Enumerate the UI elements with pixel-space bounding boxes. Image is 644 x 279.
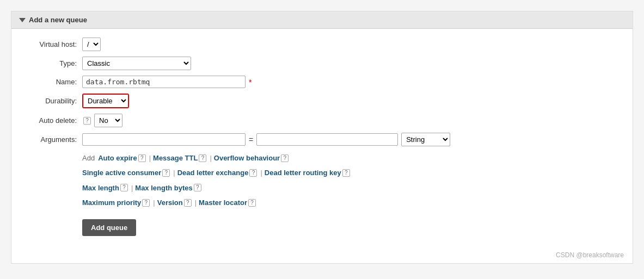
footer-credit: CSDN @breaksoftware (11, 247, 633, 263)
durability-select[interactable]: Durable Transient (83, 95, 128, 107)
durability-label: Durability: (22, 97, 82, 105)
name-row: Name: * (22, 76, 622, 88)
arg-link-maximum-priority[interactable]: Maximum priority (82, 196, 141, 209)
arg-links-row-1: Add Auto expire ? | Message TTL ? | Over… (82, 152, 622, 164)
arg-links-section: Add Auto expire ? | Message TTL ? | Over… (82, 152, 622, 209)
name-input[interactable] (82, 76, 246, 88)
auto-delete-row: Auto delete: ? No Yes (22, 114, 622, 127)
max-length-bytes-help-icon[interactable]: ? (194, 184, 201, 191)
auto-expire-help-icon[interactable]: ? (138, 154, 146, 162)
section-header: Add a new queue (11, 11, 633, 29)
arg-link-dead-letter-exchange[interactable]: Dead letter exchange (177, 166, 249, 179)
auto-delete-label: Auto delete: (22, 116, 82, 125)
virtual-host-row: Virtual host: / (22, 38, 622, 51)
arg-link-auto-expire[interactable]: Auto expire (98, 152, 137, 164)
durability-row: Durability: Durable Transient (22, 94, 622, 108)
type-label: Type: (22, 59, 82, 67)
sep-1: | (149, 152, 151, 164)
arguments-row: Arguments: = String Number Boolean List (22, 133, 622, 146)
form-body: Virtual host: / Type: Classic Quorum Str… (11, 29, 633, 247)
arg-link-dead-letter-routing-key[interactable]: Dead letter routing key (265, 166, 341, 179)
arg-link-version[interactable]: Version (157, 196, 183, 209)
type-row: Type: Classic Quorum Stream (22, 57, 622, 70)
equals-sign: = (249, 135, 253, 144)
master-locator-help-icon[interactable]: ? (248, 199, 256, 207)
sep-2: | (210, 152, 211, 164)
required-indicator: * (249, 78, 252, 86)
arguments-value-input[interactable] (256, 133, 398, 146)
type-select[interactable]: Classic Quorum Stream (82, 57, 191, 70)
arg-link-max-length-bytes[interactable]: Max length bytes (135, 182, 192, 194)
dead-letter-exchange-help-icon[interactable]: ? (249, 169, 257, 177)
dead-letter-routing-key-help-icon[interactable]: ? (342, 169, 350, 177)
single-active-consumer-help-icon[interactable]: ? (162, 169, 170, 177)
arguments-label: Arguments: (22, 135, 82, 144)
arg-link-master-locator[interactable]: Master locator (199, 196, 247, 209)
version-help-icon[interactable]: ? (184, 199, 192, 207)
maximum-priority-help-icon[interactable]: ? (142, 199, 150, 207)
collapse-icon[interactable] (19, 18, 26, 22)
add-queue-panel: Add a new queue Virtual host: / Type: Cl… (11, 11, 633, 264)
arg-link-overflow-behaviour[interactable]: Overflow behaviour (214, 152, 280, 164)
auto-delete-help-icon[interactable]: ? (83, 117, 91, 125)
durability-select-wrapper: Durable Transient (82, 94, 129, 108)
sep-4: | (260, 166, 262, 179)
sep-3: | (173, 166, 175, 179)
add-queue-button-row: Add queue (22, 212, 622, 236)
add-queue-button[interactable]: Add queue (82, 219, 136, 236)
arg-link-single-active-consumer[interactable]: Single active consumer (82, 166, 161, 179)
arguments-inputs: = String Number Boolean List (82, 133, 450, 146)
section-title: Add a new queue (29, 16, 87, 24)
max-length-help-icon[interactable]: ? (120, 184, 128, 191)
arg-links-row-4: Maximum priority ? | Version ? | Master … (82, 196, 622, 209)
arg-link-message-ttl[interactable]: Message TTL (153, 152, 198, 164)
virtual-host-select[interactable]: / (82, 38, 101, 51)
arg-link-max-length[interactable]: Max length (82, 182, 119, 194)
auto-delete-select[interactable]: No Yes (94, 114, 122, 127)
arg-links-row-2: Single active consumer ? | Dead letter e… (82, 166, 622, 179)
sep-5: | (131, 182, 133, 194)
message-ttl-help-icon[interactable]: ? (199, 154, 206, 162)
arguments-type-select[interactable]: String Number Boolean List (401, 133, 450, 146)
sep-7: | (195, 196, 197, 209)
arg-links-row-3: Max length ? | Max length bytes ? (82, 182, 622, 194)
virtual-host-label: Virtual host: (22, 40, 82, 48)
arguments-key-input[interactable] (82, 133, 246, 146)
add-label: Add (82, 152, 95, 164)
overflow-behaviour-help-icon[interactable]: ? (281, 154, 289, 162)
name-label: Name: (22, 78, 82, 86)
sep-6: | (153, 196, 155, 209)
